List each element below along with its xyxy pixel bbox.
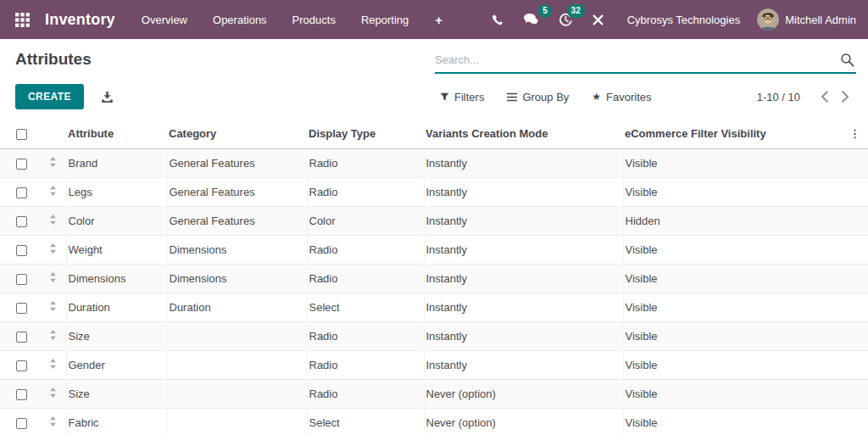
company-name[interactable]: Cybrosys Technologies [627, 14, 740, 26]
developer-tools-button[interactable] [582, 7, 614, 33]
cell-display-type[interactable]: Color [307, 207, 424, 236]
row-checkbox[interactable] [16, 332, 27, 343]
table-row[interactable]: SizeRadioInstantlyVisible [0, 322, 868, 351]
cell-category[interactable]: Duration [167, 293, 307, 322]
cell-attribute[interactable]: Gender [66, 351, 167, 380]
drag-handle-icon[interactable] [49, 329, 57, 341]
cell-ecommerce-filter-visibility[interactable]: Visible [623, 322, 868, 351]
group-by-button[interactable]: Group By [507, 91, 569, 103]
cell-variants-creation-mode[interactable]: Instantly [424, 351, 623, 380]
search-input[interactable] [435, 53, 833, 66]
cell-ecommerce-filter-visibility[interactable]: Visible [623, 293, 868, 322]
cell-display-type[interactable]: Radio [307, 322, 424, 351]
select-all-checkbox[interactable] [16, 129, 27, 140]
row-checkbox[interactable] [16, 303, 27, 314]
cell-category[interactable] [167, 351, 307, 380]
cell-ecommerce-filter-visibility[interactable]: Visible [623, 236, 868, 265]
nav-item-overview[interactable]: Overview [129, 2, 200, 38]
cell-variants-creation-mode[interactable]: Never (option) [424, 380, 623, 409]
cell-attribute[interactable]: Legs [66, 178, 167, 207]
export-button[interactable] [97, 87, 117, 107]
cell-variants-creation-mode[interactable]: Instantly [424, 207, 623, 236]
table-row[interactable]: DimensionsDimensionsRadioInstantlyVisibl… [0, 265, 868, 293]
nav-item-reporting[interactable]: Reporting [348, 2, 421, 38]
messages-button[interactable]: 5 [514, 6, 549, 33]
cell-attribute[interactable]: Weight [66, 236, 167, 265]
table-row[interactable]: FabricSelectNever (option)Visible [0, 409, 868, 435]
pager-previous-button[interactable] [814, 88, 835, 105]
pager-value[interactable]: 1-10 / 10 [757, 91, 800, 103]
row-checkbox[interactable] [16, 360, 27, 371]
filters-button[interactable]: Filters [440, 91, 484, 103]
cell-display-type[interactable]: Radio [307, 236, 424, 265]
cell-ecommerce-filter-visibility[interactable]: Visible [623, 409, 868, 435]
column-header-ecommerce-filter-visibility[interactable]: eCommerce Filter Visibility ⋮ [623, 118, 868, 149]
pager-next-button[interactable] [835, 88, 856, 105]
table-row[interactable]: GenderRadioInstantlyVisible [0, 351, 868, 380]
nav-item-products[interactable]: Products [280, 2, 348, 38]
cell-variants-creation-mode[interactable]: Instantly [424, 236, 623, 265]
table-row[interactable]: LegsGeneral FeaturesRadioInstantlyVisibl… [0, 178, 868, 207]
drag-handle-icon[interactable] [49, 358, 57, 370]
search-button[interactable] [833, 51, 856, 69]
drag-handle-icon[interactable] [49, 387, 57, 399]
cell-variants-creation-mode[interactable]: Instantly [424, 322, 623, 351]
cell-attribute[interactable]: Brand [66, 149, 167, 178]
column-header-attribute[interactable]: Attribute [66, 118, 167, 149]
nav-item-operations[interactable]: Operations [200, 2, 280, 38]
drag-handle-icon[interactable] [49, 243, 57, 254]
table-row[interactable]: SizeRadioNever (option)Visible [0, 380, 868, 409]
row-checkbox[interactable] [16, 418, 27, 429]
column-header-variants-creation-mode[interactable]: Variants Creation Mode [424, 118, 623, 149]
column-header-display-type[interactable]: Display Type [307, 118, 424, 149]
nav-plus-button[interactable]: + [421, 3, 456, 37]
cell-attribute[interactable]: Fabric [66, 409, 167, 435]
cell-category[interactable]: General Features [167, 178, 307, 207]
cell-attribute[interactable]: Duration [66, 293, 167, 322]
cell-category[interactable]: General Features [167, 149, 307, 178]
cell-ecommerce-filter-visibility[interactable]: Visible [623, 265, 868, 293]
activities-button[interactable]: 32 [549, 6, 582, 34]
optional-columns-icon[interactable]: ⋮ [849, 128, 860, 139]
cell-display-type[interactable]: Select [307, 293, 424, 322]
drag-handle-icon[interactable] [49, 415, 57, 427]
cell-ecommerce-filter-visibility[interactable]: Hidden [623, 207, 868, 236]
app-name[interactable]: Inventory [45, 11, 115, 29]
cell-variants-creation-mode[interactable]: Never (option) [424, 409, 623, 435]
cell-attribute[interactable]: Size [66, 322, 167, 351]
cell-category[interactable]: General Features [167, 207, 307, 236]
drag-handle-icon[interactable] [49, 214, 57, 226]
cell-ecommerce-filter-visibility[interactable]: Visible [623, 351, 868, 380]
cell-ecommerce-filter-visibility[interactable]: Visible [623, 149, 868, 178]
apps-menu-button[interactable] [12, 9, 35, 31]
column-header-category[interactable]: Category [167, 118, 307, 149]
row-checkbox[interactable] [16, 159, 27, 170]
cell-category[interactable] [167, 380, 307, 409]
cell-variants-creation-mode[interactable]: Instantly [424, 265, 623, 293]
cell-attribute[interactable]: Dimensions [66, 265, 167, 293]
row-checkbox[interactable] [16, 274, 27, 285]
drag-handle-icon[interactable] [49, 156, 57, 168]
row-checkbox[interactable] [16, 216, 27, 227]
cell-display-type[interactable]: Radio [307, 265, 424, 293]
voip-phone-button[interactable] [482, 7, 514, 33]
cell-ecommerce-filter-visibility[interactable]: Visible [623, 380, 868, 409]
cell-display-type[interactable]: Radio [307, 149, 424, 178]
drag-handle-icon[interactable] [49, 271, 57, 283]
cell-display-type[interactable]: Select [307, 409, 424, 435]
cell-variants-creation-mode[interactable]: Instantly [424, 178, 623, 207]
cell-category[interactable]: Dimensions [167, 265, 307, 293]
user-menu[interactable]: Mitchell Admin [757, 8, 856, 31]
table-row[interactable]: WeightDimensionsRadioInstantlyVisible [0, 236, 868, 265]
drag-handle-icon[interactable] [49, 185, 57, 197]
table-row[interactable]: DurationDurationSelectInstantlyVisible [0, 293, 868, 322]
cell-display-type[interactable]: Radio [307, 351, 424, 380]
row-checkbox[interactable] [16, 245, 27, 256]
favorites-button[interactable]: ★ Favorites [592, 91, 651, 103]
row-checkbox[interactable] [16, 187, 27, 198]
cell-attribute[interactable]: Color [66, 207, 167, 236]
cell-display-type[interactable]: Radio [307, 380, 424, 409]
table-row[interactable]: BrandGeneral FeaturesRadioInstantlyVisib… [0, 149, 868, 178]
cell-variants-creation-mode[interactable]: Instantly [424, 149, 623, 178]
cell-category[interactable] [167, 409, 307, 435]
